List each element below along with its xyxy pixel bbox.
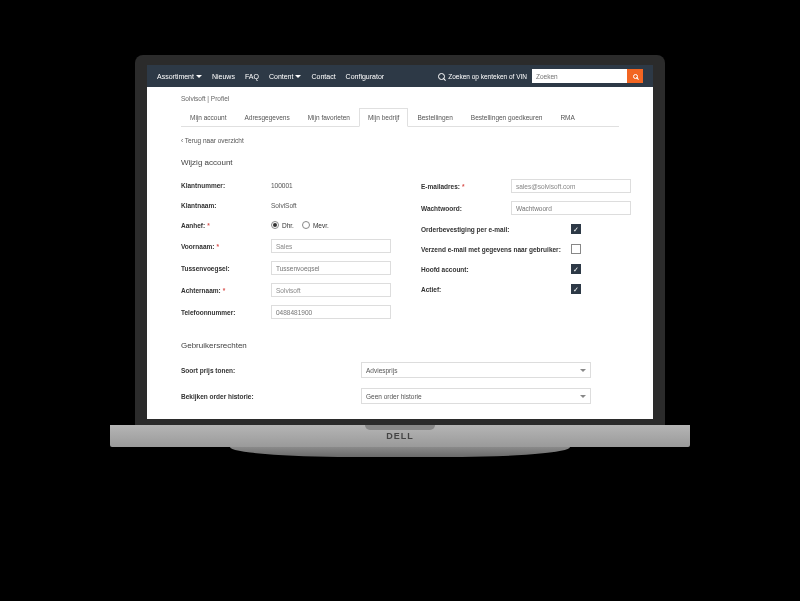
radio-group: Dhr.Mevr. (271, 221, 329, 229)
form-row: Klantnaam:SolviSoft (181, 199, 391, 211)
field-label: E-mailadres:* (421, 183, 511, 190)
search-area: Zoeken op kenteken of VIN (438, 69, 643, 83)
field-label: Bekijken order historie: (181, 393, 361, 400)
nav-item-configurator[interactable]: Configurator (346, 73, 385, 80)
nav-item-assortiment[interactable]: Assortiment (157, 73, 202, 80)
text-input[interactable] (271, 305, 391, 319)
breadcrumb: Solvisoft | Profiel (181, 87, 619, 108)
radio-icon (271, 221, 279, 229)
form-row: Actief:✓ (421, 283, 631, 295)
form-row: Orderbevestiging per e-mail:✓ (421, 223, 631, 235)
form-row: Verzend e-mail met gegevens naar gebruik… (421, 243, 631, 255)
field-label: Hoofd account: (421, 266, 571, 273)
top-navbar: AssortimentNieuwsFAQContentContactConfig… (147, 65, 653, 87)
form-row: Telefoonnummer: (181, 305, 391, 319)
form-columns: Klantnummer:100001Klantnaam:SolviSoftAan… (181, 179, 619, 327)
field-label: Wachtwoord: (421, 205, 511, 212)
text-input[interactable] (271, 239, 391, 253)
rights-row: Bekijken order historie:Geen order histo… (181, 388, 619, 404)
field-label: Soort prijs tonen: (181, 367, 361, 374)
radio-label: Dhr. (282, 222, 294, 229)
page-content: Solvisoft | Profiel Mijn accountAdresgeg… (147, 87, 653, 419)
tab-rma[interactable]: RMA (551, 108, 583, 127)
section-title-rights: Gebruikersrechten (181, 341, 619, 350)
tab-mijn-bedrijf[interactable]: Mijn bedrijf (359, 108, 408, 127)
laptop-base: DELL (110, 425, 690, 447)
form-row: Hoofd account:✓ (421, 263, 631, 275)
section-title-edit: Wijzig account (181, 158, 619, 167)
field-label: Achternaam:* (181, 287, 271, 294)
text-input[interactable] (271, 261, 391, 275)
rights-row: Soort prijs tonen:Adviesprijs (181, 362, 619, 378)
checkbox[interactable] (571, 244, 581, 254)
field-label: Tussenvoegsel: (181, 265, 271, 272)
search-input[interactable] (532, 69, 627, 83)
tab-bar: Mijn accountAdresgegevensMijn favorieten… (181, 108, 619, 127)
chevron-down-icon (580, 369, 586, 372)
field-label: Klantnummer: (181, 182, 271, 189)
field-label: Aanhef:* (181, 222, 271, 229)
search-icon (438, 73, 445, 80)
app-screen: AssortimentNieuwsFAQContentContactConfig… (147, 65, 653, 419)
select-value: Adviesprijs (366, 367, 397, 374)
text-input[interactable] (271, 283, 391, 297)
device-logo: DELL (386, 431, 414, 441)
field-value: 100001 (271, 182, 293, 189)
radio-option[interactable]: Dhr. (271, 221, 294, 229)
form-row: Voornaam:* (181, 239, 391, 253)
text-input[interactable] (511, 201, 631, 215)
form-row: Tussenvoegsel: (181, 261, 391, 275)
chevron-down-icon (580, 395, 586, 398)
form-row: Klantnummer:100001 (181, 179, 391, 191)
caret-down-icon (295, 75, 301, 78)
field-label: Verzend e-mail met gegevens naar gebruik… (421, 246, 571, 253)
radio-label: Mevr. (313, 222, 329, 229)
radio-option[interactable]: Mevr. (302, 221, 329, 229)
nav-item-nieuws[interactable]: Nieuws (212, 73, 235, 80)
search-button[interactable] (627, 69, 643, 83)
select-value: Geen order historie (366, 393, 422, 400)
field-label: Klantnaam: (181, 202, 271, 209)
laptop-frame: AssortimentNieuwsFAQContentContactConfig… (135, 55, 665, 535)
search-label-text: Zoeken op kenteken of VIN (448, 73, 527, 80)
form-row: Wachtwoord: (421, 201, 631, 215)
form-row: E-mailadres:* (421, 179, 631, 193)
tab-bestellingen-goedkeuren[interactable]: Bestellingen goedkeuren (462, 108, 552, 127)
field-value: SolviSoft (271, 202, 297, 209)
nav-menu: AssortimentNieuwsFAQContentContactConfig… (157, 73, 428, 80)
search-icon (633, 74, 638, 79)
tab-bestellingen[interactable]: Bestellingen (408, 108, 461, 127)
text-input[interactable] (511, 179, 631, 193)
nav-item-contact[interactable]: Contact (311, 73, 335, 80)
column-right: E-mailadres:*Wachtwoord:Orderbevestiging… (421, 179, 631, 327)
tab-mijn-favorieten[interactable]: Mijn favorieten (299, 108, 359, 127)
column-left: Klantnummer:100001Klantnaam:SolviSoftAan… (181, 179, 391, 327)
checkbox[interactable]: ✓ (571, 264, 581, 274)
tab-mijn-account[interactable]: Mijn account (181, 108, 236, 127)
select-dropdown[interactable]: Geen order historie (361, 388, 591, 404)
nav-item-content[interactable]: Content (269, 73, 302, 80)
field-label: Actief: (421, 286, 571, 293)
nav-item-faq[interactable]: FAQ (245, 73, 259, 80)
rights-block: Soort prijs tonen:AdviesprijsBekijken or… (181, 362, 619, 404)
select-dropdown[interactable]: Adviesprijs (361, 362, 591, 378)
field-label: Telefoonnummer: (181, 309, 271, 316)
form-row: Achternaam:* (181, 283, 391, 297)
search-box (532, 69, 643, 83)
screen-bezel: AssortimentNieuwsFAQContentContactConfig… (135, 55, 665, 425)
checkbox[interactable]: ✓ (571, 284, 581, 294)
caret-down-icon (196, 75, 202, 78)
radio-icon (302, 221, 310, 229)
laptop-foot (230, 447, 570, 457)
back-link[interactable]: ‹ Terug naar overzicht (181, 137, 244, 144)
search-label: Zoeken op kenteken of VIN (438, 73, 527, 80)
field-label: Voornaam:* (181, 243, 271, 250)
field-label: Orderbevestiging per e-mail: (421, 226, 571, 233)
tab-adresgegevens[interactable]: Adresgegevens (236, 108, 299, 127)
form-row: Aanhef:*Dhr.Mevr. (181, 219, 391, 231)
checkbox[interactable]: ✓ (571, 224, 581, 234)
